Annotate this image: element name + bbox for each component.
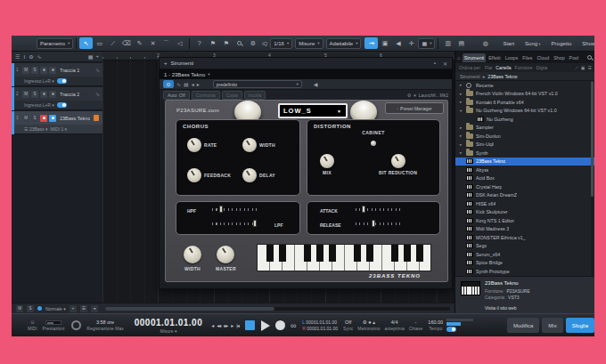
knob-icon[interactable] (242, 168, 257, 182)
midi-output-dropdown[interactable]: MIDI 1 ▾ (50, 126, 67, 132)
track-mode-dropdown[interactable]: Normale ▾ (45, 306, 66, 311)
paint-tool-button[interactable]: ✎ (133, 37, 146, 49)
knob-icon[interactable] (217, 246, 234, 263)
split-tool-button[interactable]: ⟋ (106, 37, 119, 49)
meter-view-button[interactable]: ▤ (454, 37, 468, 49)
autoscroll-button[interactable]: ✛ (405, 37, 418, 49)
position-unit[interactable]: Misure ▾ (160, 328, 177, 334)
track-row-3[interactable]: 3 M S 23Bass Tekno ☰ 23Bass ▾ MIDI 1 ▾ (12, 111, 102, 134)
lpf-slider[interactable] (212, 220, 260, 227)
chorus-knob[interactable]: DELAY (242, 168, 275, 182)
mute-button[interactable]: M (22, 91, 29, 98)
page-tab[interactable]: Progetto (552, 41, 572, 46)
scrollbar-thumb[interactable] (105, 307, 274, 311)
piano-black-key[interactable] (279, 245, 286, 262)
search-icon[interactable] (587, 55, 592, 60)
loop-range-display[interactable]: L 00001.01.01.00 R 00001.01.01.00 (302, 320, 338, 331)
browse-view-button[interactable]: Sfoglia (566, 318, 594, 333)
thumb-view-icon[interactable]: ▣ (581, 65, 586, 71)
mix-view-button[interactable]: Mix (542, 318, 562, 333)
performance-meter[interactable]: Prestazioni (43, 320, 65, 331)
list-view-icon[interactable]: ☰ (588, 65, 592, 71)
monitor-button[interactable]: ▣ (378, 37, 391, 49)
browser-tab[interactable]: Loops (504, 53, 520, 62)
arrow-tool-button[interactable]: ↖ (79, 37, 93, 49)
plugin-instance-bar[interactable]: 1 - 23Bass Tekno ▾ (160, 69, 452, 79)
piano-black-key[interactable] (416, 245, 423, 262)
record-arm-button[interactable] (40, 91, 47, 98)
compare-button[interactable]: Confronta (192, 91, 220, 100)
wave-icon[interactable]: ∿ (176, 81, 181, 87)
solo-button[interactable]: S (31, 91, 38, 98)
gear-icon[interactable]: ⚙ (29, 53, 33, 60)
mute-button[interactable]: M (22, 67, 29, 74)
play-button[interactable] (261, 320, 270, 331)
breadcrumb-root[interactable]: Strumenti (460, 74, 480, 79)
input-toggle[interactable] (57, 102, 67, 108)
browser-tree-item[interactable]: Spice Bridge (455, 259, 594, 268)
mute-button[interactable]: M (22, 115, 29, 122)
browser-tree-item[interactable]: Crystal Harp (455, 182, 594, 191)
piano-black-key[interactable] (404, 245, 411, 262)
track-name[interactable]: Traccia 2 (60, 92, 79, 97)
knob-icon[interactable] (391, 154, 405, 168)
lamp-button[interactable]: ◍ (479, 37, 492, 49)
browser-tree-item[interactable]: Kontakt 6 Portable x64 (455, 98, 594, 107)
paste-button[interactable]: Incolla (244, 91, 266, 100)
width-knob[interactable]: WIDTH (184, 246, 201, 271)
browser-tree-item[interactable]: Kick Skulpturer (455, 208, 594, 217)
monitor-button[interactable] (49, 67, 56, 74)
track-row-2[interactable]: 2 M S Traccia 2 ∿ Ingresso L+R ▾ (12, 87, 102, 110)
mixer-view-button[interactable]: ▥ (441, 37, 454, 49)
track-name[interactable]: Traccia 1 (60, 68, 79, 73)
preset-manager-button[interactable]: ◦ Preset Manager (385, 102, 444, 114)
ibeam-icon[interactable]: Ⅰ (23, 53, 25, 60)
browser-tree-item[interactable]: Midi Madness 3 (455, 225, 594, 234)
close-icon[interactable]: ✕ (443, 61, 447, 67)
browser-tree-item[interactable]: DSK Asian DreamZ (455, 191, 594, 200)
browser-tree-item[interactable]: Korg NTS 1 Editor (455, 216, 594, 225)
marker-jump-button[interactable]: ⚑ (219, 37, 233, 49)
position-display[interactable]: 00001.01.01.00 Misure ▾ (135, 318, 203, 334)
knob-icon[interactable] (187, 138, 201, 152)
macro-button[interactable]: ⚙ (246, 37, 259, 49)
fast-forward-button[interactable]: ▸▸ (224, 322, 227, 328)
sort-option[interactable]: Fornitore (515, 65, 533, 70)
mute-all-button[interactable]: M (16, 305, 23, 312)
tempo-display[interactable]: 160.00 Tempo (428, 320, 443, 331)
master-knob[interactable]: MASTER (216, 246, 236, 271)
skip-forward-button[interactable]: ▸ (231, 322, 233, 328)
distortion-knob[interactable]: MIX (320, 154, 334, 175)
record-arm-button[interactable] (40, 67, 47, 74)
range-tool-button[interactable]: ▭ (93, 37, 106, 49)
eraser-tool-button[interactable]: ⌫ (119, 37, 133, 49)
browser-tree-item[interactable]: HISE x64 (455, 199, 594, 208)
track-name[interactable]: 23Bass Tekno (60, 116, 90, 121)
key-display[interactable]: - Chiave (409, 320, 423, 331)
quantize-dropdown[interactable]: 1/16 ▾ (270, 38, 292, 49)
browser-tree-item[interactable]: Acid Box (455, 174, 594, 183)
next-preset-button[interactable]: ▸ (197, 81, 200, 87)
browser-tab[interactable]: Cloud (535, 53, 551, 62)
sort-option[interactable]: Digita (536, 65, 548, 70)
monitor-button[interactable] (49, 115, 56, 122)
input-toggle[interactable] (57, 78, 67, 84)
page-tab[interactable]: Show (582, 41, 594, 46)
browser-tree-item[interactable]: 23Bass Tekno (455, 158, 594, 166)
piano-black-key[interactable] (329, 245, 336, 262)
scroll-left-icon[interactable]: ◂ (91, 305, 98, 312)
piano-black-key[interactable] (266, 245, 274, 262)
listen-tool-button[interactable]: ◁ (173, 37, 186, 49)
zoom-button[interactable] (233, 37, 246, 49)
plugin-power-button[interactable]: ⊙ (163, 80, 174, 88)
chorus-knob[interactable]: WIDTH (242, 138, 275, 152)
browser-tree-item[interactable]: Nu Guzheng Windows 64-bit VST v1.0 (455, 107, 594, 116)
bend-tool-button[interactable]: ⌒ (160, 37, 173, 49)
knob-icon[interactable] (242, 138, 257, 152)
chorus-knob[interactable]: RATE (187, 138, 217, 152)
loop-button[interactable]: ∞ (291, 321, 295, 330)
prev-preset-button[interactable]: ◂ (192, 81, 194, 87)
piano-keyboard[interactable] (257, 244, 431, 271)
sine-icon[interactable]: ∿ (37, 53, 42, 60)
edit-view-button[interactable]: Modifica (507, 318, 539, 333)
